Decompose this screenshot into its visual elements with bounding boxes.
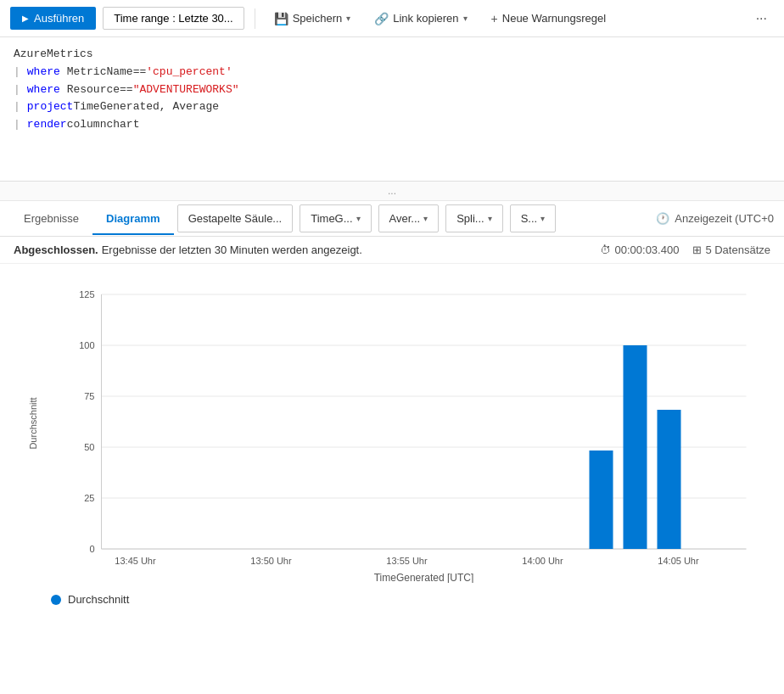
tabs-right: 🕐 Anzeigezeit (UTC+0: [656, 212, 774, 225]
link-icon: 🔗: [374, 12, 389, 25]
link-chevron-icon: ▾: [463, 14, 468, 23]
code-editor[interactable]: AzureMetrics | where MetricName == 'cpu_…: [0, 37, 784, 182]
aver-chevron-icon: ▾: [423, 214, 428, 223]
svg-text:125: 125: [79, 289, 94, 299]
svg-text:14:00 Uhr: 14:00 Uhr: [522, 556, 563, 566]
bar-1: [590, 451, 613, 549]
svg-text:100: 100: [79, 340, 94, 350]
code-project-rest: TimeGenerated, Average: [73, 98, 219, 116]
kw-project: project: [27, 98, 74, 116]
svg-text:TimeGenerated [UTC]: TimeGenerated [UTC]: [374, 572, 474, 583]
aver-dropdown[interactable]: Aver... ▾: [378, 204, 440, 232]
legend: Durchschnitt: [0, 583, 784, 616]
new-rule-label: Neue Warnungsregel: [502, 12, 606, 25]
spli-label: Spli...: [456, 212, 484, 225]
code-val-1: 'cpu_percent': [146, 64, 232, 81]
pipe-1: |: [14, 64, 20, 81]
table-icon: ⊞: [692, 243, 702, 256]
code-resource: Resource: [67, 81, 120, 99]
chart-container: 125 100 75 50 25 0 13:45 Uhr 13:50 Uhr 1…: [47, 277, 767, 583]
save-label: Speichern: [293, 12, 343, 25]
code-table-name: AzureMetrics: [14, 46, 93, 64]
spli-chevron-icon: ▾: [488, 214, 492, 223]
status-left: Abgeschlossen. Ergebnisse der letzten 30…: [14, 243, 362, 256]
status-duration: ⏱ 00:00:03.400: [600, 243, 679, 256]
y-axis-label: Durchschnitt: [28, 397, 38, 449]
time-range-button[interactable]: Time range : Letzte 30...: [103, 7, 244, 30]
status-right: ⏱ 00:00:03.400 ⊞ 5 Datensätze: [600, 243, 770, 256]
svg-text:25: 25: [84, 493, 94, 503]
kw-where-1: where: [27, 64, 60, 81]
chart-svg: 125 100 75 50 25 0 13:45 Uhr 13:50 Uhr 1…: [47, 277, 767, 583]
more-icon: ···: [756, 11, 767, 25]
code-op-1: ==: [133, 64, 147, 81]
code-line-2: | where Resource == "ADVENTUREWORKS": [0, 81, 784, 99]
plus-icon: +: [491, 12, 498, 25]
chart-type-label: Gestapelte Säule...: [188, 212, 283, 225]
save-chevron-icon: ▾: [346, 14, 350, 23]
tab-diagramm[interactable]: Diagramm: [92, 204, 174, 235]
timeg-dropdown[interactable]: TimeG... ▾: [300, 204, 371, 232]
legend-label: Durchschnitt: [68, 593, 129, 606]
link-label: Link kopieren: [393, 12, 458, 25]
more-button[interactable]: ···: [749, 8, 774, 30]
s-chevron-icon: ▾: [540, 214, 545, 223]
play-icon: ▶: [22, 14, 29, 23]
toolbar-separator: [255, 8, 255, 29]
status-bar: Abgeschlossen. Ergebnisse der letzten 30…: [0, 237, 784, 264]
spli-dropdown[interactable]: Spli... ▾: [445, 204, 503, 232]
tabs-bar: Ergebnisse Diagramm Gestapelte Säule... …: [0, 201, 784, 237]
kw-render: render: [27, 116, 67, 134]
svg-text:13:45 Uhr: 13:45 Uhr: [115, 556, 156, 566]
code-line-1: | where MetricName == 'cpu_percent': [0, 64, 784, 81]
pipe-2: |: [14, 81, 20, 99]
code-line-3: | project TimeGenerated, Average: [0, 98, 784, 116]
code-op-2: ==: [120, 81, 133, 99]
code-val-2: "ADVENTUREWORKS": [133, 81, 239, 99]
new-rule-action[interactable]: + Neue Warnungsregel: [483, 8, 615, 30]
display-time-label: Anzeigezeit (UTC+0: [675, 212, 774, 225]
status-bold-text: Abgeschlossen.: [14, 243, 98, 256]
code-render-rest: columnchart: [67, 116, 140, 134]
code-space-2: [60, 81, 67, 99]
status-text: Ergebnisse der letzten 30 Minuten werden…: [102, 243, 362, 256]
timeg-chevron-icon: ▾: [356, 214, 361, 223]
status-records: ⊞ 5 Datensätze: [692, 243, 770, 256]
link-copy-action[interactable]: 🔗 Link kopieren ▾: [366, 8, 475, 30]
timeg-label: TimeG...: [311, 212, 352, 225]
tab-ergebnisse[interactable]: Ergebnisse: [10, 204, 92, 235]
pipe-4: |: [14, 116, 20, 134]
svg-text:13:55 Uhr: 13:55 Uhr: [386, 556, 428, 566]
s-label: S...: [521, 212, 538, 225]
legend-color-dot: [51, 595, 61, 605]
kw-where-2: where: [27, 81, 60, 99]
save-icon: 💾: [274, 12, 288, 25]
pipe-3: |: [14, 98, 20, 116]
chart-type-dropdown[interactable]: Gestapelte Säule...: [177, 204, 294, 232]
svg-text:75: 75: [84, 391, 94, 401]
svg-text:50: 50: [84, 442, 94, 452]
code-field-1: [60, 64, 67, 81]
svg-text:14:05 Uhr: 14:05 Uhr: [658, 556, 699, 566]
run-label: Ausführen: [34, 12, 84, 25]
run-button[interactable]: ▶ Ausführen: [10, 7, 96, 30]
svg-text:0: 0: [89, 544, 94, 554]
s-dropdown[interactable]: S... ▾: [510, 204, 557, 232]
clock-icon: 🕐: [656, 212, 669, 225]
bar-3: [658, 410, 681, 549]
save-action[interactable]: 💾 Speichern ▾: [266, 8, 360, 30]
bar-2: [624, 345, 647, 549]
clock-small-icon: ⏱: [600, 243, 611, 256]
toolbar: ▶ Ausführen Time range : Letzte 30... 💾 …: [0, 0, 784, 37]
chart-area: Durchschnitt 125 100 75 50 25 0 1: [0, 264, 784, 583]
code-line-4: | render columnchart: [0, 116, 784, 134]
time-range-label: Time range : Letzte 30...: [114, 12, 232, 25]
code-line-table: AzureMetrics: [0, 46, 784, 64]
resize-handle[interactable]: ...: [0, 182, 784, 201]
aver-label: Aver...: [389, 212, 421, 225]
code-metricname: MetricName: [67, 64, 133, 81]
svg-text:13:50 Uhr: 13:50 Uhr: [250, 556, 292, 566]
